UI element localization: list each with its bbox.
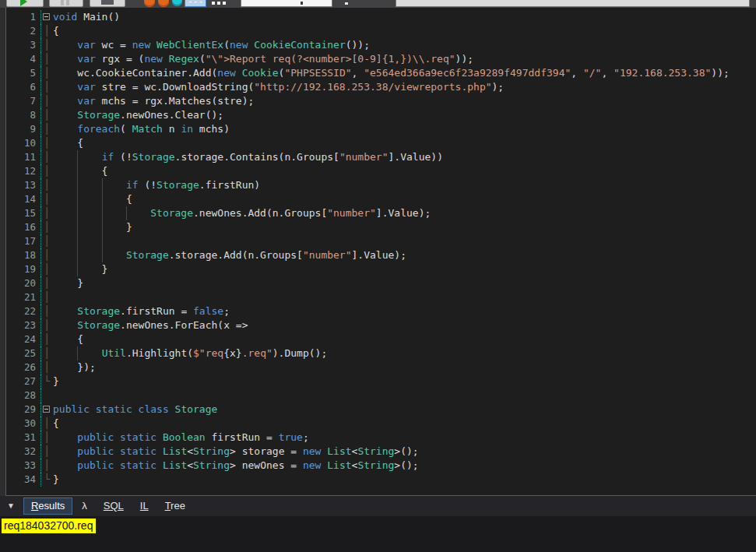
code-token: in (181, 123, 193, 135)
code-line[interactable]: 8│ Storage.newOnes.Clear(); (6, 108, 756, 122)
code-line[interactable]: 32│ public static List<String> storage =… (6, 445, 756, 459)
gutter-separator (36, 234, 41, 248)
code-token: Regex (169, 53, 199, 65)
code-line[interactable]: 33│ public static List<String> newOnes =… (6, 459, 756, 473)
code-token: stre = wc.DownloadString( (96, 81, 255, 93)
code-token: Storage (77, 305, 120, 317)
code-line[interactable]: 5│ wc.CookieContainer.Add(new Cookie("PH… (6, 66, 756, 80)
result-item[interactable]: req184032700.req (2, 519, 96, 533)
indent-guide (77, 346, 78, 360)
code-token (53, 459, 77, 471)
code-token: false (193, 305, 223, 317)
minus-box-icon[interactable] (43, 406, 50, 413)
code-text: public static class Storage (53, 403, 756, 417)
code-line[interactable]: 4│ var rgx = (new Regex("\">Report req(?… (6, 52, 756, 66)
code-token: Util (102, 347, 126, 359)
code-line[interactable]: 17│ (6, 234, 756, 248)
code-line[interactable]: 15│ Storage.newOnes.Add(n.Groups["number… (6, 206, 756, 220)
code-line[interactable]: 34└} (6, 473, 756, 487)
code-token: mchs = rgx.Matches(stre); (96, 95, 255, 107)
grid-results-icon[interactable] (212, 2, 215, 5)
code-line[interactable]: 23│ Storage.newOnes.ForEach(x => (6, 318, 756, 332)
code-token (156, 431, 163, 443)
code-line[interactable]: 29public static class Storage (6, 403, 756, 417)
tab-results[interactable]: Results (23, 498, 72, 515)
teal-plugin-icon[interactable] (172, 0, 182, 6)
line-number: 4 (6, 52, 36, 66)
line-number: 16 (6, 220, 36, 234)
code-token (169, 403, 175, 415)
code-token: Boolean (163, 431, 206, 443)
code-token: ; (223, 305, 230, 317)
gutter-separator (36, 248, 41, 262)
gutter-separator (36, 318, 41, 332)
code-token: ); (492, 81, 505, 93)
fold-guide: │ (41, 248, 53, 262)
orange-plugin-icon[interactable] (144, 0, 155, 7)
tab-lambda[interactable]: λ (75, 498, 94, 514)
code-token: Storage (175, 403, 218, 415)
code-token: if (102, 151, 114, 163)
results-tabbar: ▼ ResultsλSQLILTree (0, 496, 756, 516)
code-line[interactable]: 13│ if (!Storage.firstRun) (6, 178, 756, 192)
tab-list: ResultsλSQLILTree (23, 498, 195, 515)
fold-collapse-icon[interactable] (41, 10, 53, 24)
code-text (53, 389, 756, 403)
code-token: , (601, 67, 614, 79)
code-token: wc = (96, 39, 132, 51)
minus-box-icon[interactable] (43, 13, 50, 20)
line-number: 10 (6, 136, 36, 150)
code-line[interactable]: 12│ { (6, 164, 756, 178)
tab-il[interactable]: IL (133, 498, 156, 514)
fold-collapse-icon[interactable] (41, 403, 53, 417)
stop-button[interactable] (49, 0, 83, 7)
line-number: 13 (6, 178, 36, 192)
code-token: firstRun = (206, 431, 279, 443)
code-token (53, 305, 77, 317)
code-line[interactable]: 7│ var mchs = rgx.Matches(stre); (6, 94, 756, 108)
language-combobox[interactable] (241, 0, 332, 7)
code-editor[interactable]: 1void Main()2│{3│ var wc = new WebClient… (5, 8, 756, 496)
code-line[interactable]: 1void Main() (6, 10, 756, 24)
code-line[interactable]: 27└} (6, 374, 756, 389)
code-line[interactable]: 10│ { (6, 136, 756, 150)
code-token (53, 445, 77, 457)
toolbar-button[interactable] (90, 0, 125, 7)
rich-text-results-toggle[interactable]: --- (185, 0, 206, 7)
code-line[interactable]: 6│ var stre = wc.DownloadString("http://… (6, 80, 756, 94)
fold-guide: │ (41, 192, 53, 206)
code-line[interactable]: 21│ (6, 290, 756, 304)
code-line[interactable]: 25│ Util.Highlight($"req{x}.req").Dump()… (6, 346, 756, 360)
collapse-results-icon[interactable]: ▼ (7, 502, 15, 510)
code-line[interactable]: 19│ } (6, 262, 756, 276)
orange-plugin-icon-2[interactable] (158, 0, 169, 7)
fold-guide: │ (41, 445, 53, 459)
code-token: )); (455, 53, 473, 65)
run-button[interactable] (6, 0, 44, 7)
code-line[interactable]: 28 (6, 389, 756, 403)
line-number: 18 (6, 248, 36, 262)
code-token: static (96, 403, 132, 415)
code-text: public static List<String> storage = new… (53, 445, 756, 459)
code-line[interactable]: 9│ foreach( Match n in mchs) (6, 122, 756, 136)
code-line[interactable]: 26│ }); (6, 360, 756, 374)
code-line[interactable]: 3│ var wc = new WebClientEx(new CookieCo… (6, 38, 756, 52)
code-line[interactable]: 22│ Storage.firstRun = false; (6, 304, 756, 318)
toolbar: --- (0, 0, 756, 8)
code-line[interactable]: 24│ { (6, 332, 756, 346)
code-token: Main() (77, 11, 120, 23)
fold-guide: │ (41, 360, 53, 374)
code-line[interactable]: 14│ { (6, 192, 756, 206)
code-line[interactable]: 18│ Storage.storage.Add(n.Groups["number… (6, 248, 756, 262)
tab-tree[interactable]: Tree (158, 498, 192, 514)
line-number: 28 (6, 389, 36, 403)
tab-sql[interactable]: SQL (97, 498, 131, 514)
code-line[interactable]: 11│ if (!Storage.storage.Contains(n.Grou… (6, 150, 756, 164)
connection-combobox[interactable] (396, 0, 750, 7)
code-line[interactable]: 31│ public static Boolean firstRun = tru… (6, 431, 756, 445)
code-line[interactable]: 16│ } (6, 220, 756, 234)
code-line[interactable]: 2│{ (6, 24, 756, 38)
code-line[interactable]: 20│ } (6, 276, 756, 290)
gutter-separator (36, 24, 41, 38)
code-line[interactable]: 30│{ (6, 417, 756, 431)
